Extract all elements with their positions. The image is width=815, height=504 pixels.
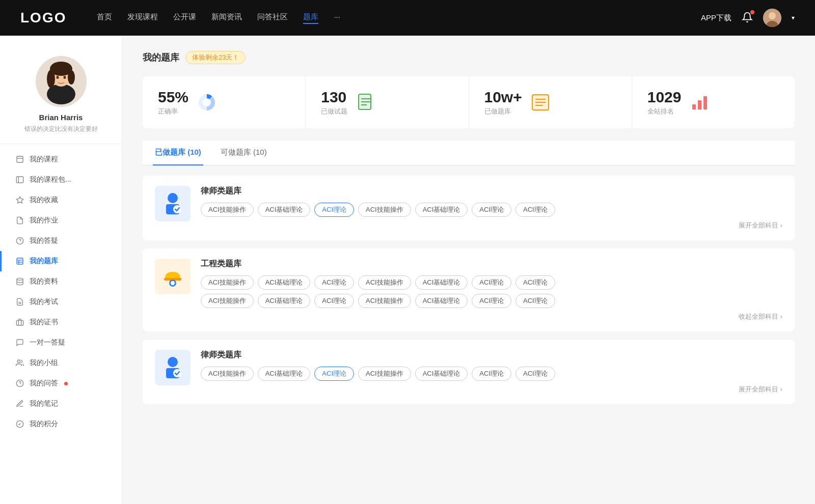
tab-done[interactable]: 已做题库 (10) [153, 141, 203, 165]
qbank-card-lawyer-2: 律师类题库 ACI技能操作 ACI基础理论 ACI理论 ACI技能操作 ACI基… [143, 340, 795, 404]
sidebar-item-exam[interactable]: 我的考试 [0, 292, 122, 312]
collapse-link-2[interactable]: 收起全部科目 › [201, 312, 782, 321]
sidebar-item-myqa[interactable]: 我的问答 [0, 373, 122, 394]
tutor-icon [15, 338, 24, 347]
myqa-icon [15, 379, 24, 388]
tag-1-4[interactable]: ACI技能操作 [358, 203, 411, 217]
user-avatar [36, 56, 87, 107]
myqa-dot [64, 382, 68, 385]
tag-2-3[interactable]: ACI理论 [314, 275, 354, 290]
nav-bank[interactable]: 题库 [303, 12, 318, 24]
svg-rect-14 [16, 177, 23, 183]
user-name: Brian Harris [39, 113, 83, 122]
svg-point-8 [47, 70, 55, 88]
nav-right: APP下载 ▾ [701, 9, 795, 27]
tag-2-7[interactable]: ACI理论 [515, 275, 555, 290]
nav-links: 首页 发现课程 公开课 新闻资讯 问答社区 题库 ··· [97, 12, 701, 24]
tag-1-7[interactable]: ACI理论 [515, 203, 555, 217]
tag-2-11[interactable]: ACI技能操作 [358, 294, 411, 308]
tag-2-14[interactable]: ACI理论 [515, 294, 555, 308]
nav-discover[interactable]: 发现课程 [127, 12, 158, 24]
svg-rect-43 [692, 104, 696, 109]
expand-link-3[interactable]: 展开全部科目 › [201, 385, 782, 394]
qbank-tags-1: ACI技能操作 ACI基础理论 ACI理论 ACI技能操作 ACI基础理论 AC… [201, 203, 782, 217]
nav-open[interactable]: 公开课 [173, 12, 196, 24]
sidebar-label-cert: 我的证书 [30, 318, 58, 327]
sidebar-item-notes[interactable]: 我的笔记 [0, 394, 122, 414]
svg-point-10 [56, 76, 59, 79]
tag-2-4[interactable]: ACI技能操作 [358, 275, 411, 290]
tag-1-5[interactable]: ACI基础理论 [415, 203, 468, 217]
qbank-icon-engineer [155, 259, 191, 294]
svg-point-9 [68, 70, 75, 85]
tag-2-8[interactable]: ACI技能操作 [201, 294, 254, 308]
stat-done: 130 已做试题 [306, 76, 469, 128]
tag-3-4[interactable]: ACI技能操作 [358, 367, 411, 381]
user-dropdown-arrow[interactable]: ▾ [792, 14, 795, 21]
svg-rect-12 [17, 156, 23, 162]
tab-available[interactable]: 可做题库 (10) [219, 141, 269, 165]
tag-1-1[interactable]: ACI技能操作 [201, 203, 254, 217]
tag-3-5[interactable]: ACI基础理论 [415, 367, 468, 381]
qa-icon [15, 236, 24, 245]
sidebar-label-qa: 我的答疑 [30, 236, 58, 245]
sidebar-item-bank[interactable]: 我的题库 [0, 251, 122, 271]
svg-rect-44 [698, 100, 701, 109]
app-download-link[interactable]: APP下载 [701, 13, 731, 23]
expand-link-1[interactable]: 展开全部科目 › [201, 221, 782, 230]
svg-rect-45 [703, 96, 707, 109]
nav-more[interactable]: ··· [334, 12, 340, 24]
tag-2-1[interactable]: ACI技能操作 [201, 275, 254, 290]
stat-rank: 1029 全站排名 [632, 76, 795, 128]
sidebar-item-course[interactable]: 我的课程 [0, 149, 122, 170]
nav-home[interactable]: 首页 [97, 12, 112, 24]
trial-badge: 体验剩余23天！ [185, 51, 246, 64]
tag-2-12[interactable]: ACI基础理论 [415, 294, 468, 308]
tag-1-3[interactable]: ACI理论 [314, 203, 354, 217]
qbank-card-inner-3: 律师类题库 ACI技能操作 ACI基础理论 ACI理论 ACI技能操作 ACI基… [155, 350, 782, 394]
svg-point-27 [17, 360, 20, 362]
tag-1-2[interactable]: ACI基础理论 [258, 203, 311, 217]
nav-news[interactable]: 新闻资讯 [211, 12, 242, 24]
stat-number-accuracy: 55% [158, 89, 188, 106]
tag-2-10[interactable]: ACI理论 [314, 294, 354, 308]
notification-bell[interactable] [742, 12, 753, 24]
tag-2-5[interactable]: ACI基础理论 [415, 275, 468, 290]
sidebar-item-homework[interactable]: 我的作业 [0, 210, 122, 231]
points-icon [15, 419, 24, 429]
sidebar-item-data[interactable]: 我的资料 [0, 271, 122, 292]
stat-number-bank-done: 10w+ [484, 89, 522, 106]
qbank-icon-lawyer-1 [155, 186, 191, 221]
tag-2-6[interactable]: ACI理论 [472, 275, 511, 290]
tag-3-1[interactable]: ACI技能操作 [201, 367, 254, 381]
sidebar-item-tutor[interactable]: 一对一答疑 [0, 332, 122, 353]
qbank-info-2: 工程类题库 ACI技能操作 ACI基础理论 ACI理论 ACI技能操作 ACI基… [201, 259, 782, 321]
tag-2-2[interactable]: ACI基础理论 [258, 275, 311, 290]
stat-text-bank-done: 10w+ 已做题库 [484, 89, 522, 116]
tag-3-2[interactable]: ACI基础理论 [258, 367, 311, 381]
tag-3-6[interactable]: ACI理论 [472, 367, 511, 381]
tag-1-6[interactable]: ACI理论 [472, 203, 511, 217]
sidebar-item-points[interactable]: 我的积分 [0, 414, 122, 434]
list-icon [530, 92, 551, 113]
nav-qa[interactable]: 问答社区 [257, 12, 288, 24]
stat-label-done: 已做试题 [321, 107, 347, 116]
sidebar-item-group[interactable]: 我的小组 [0, 353, 122, 373]
stat-label-accuracy: 正确率 [158, 107, 188, 116]
sidebar-item-favorites[interactable]: 我的收藏 [0, 190, 122, 210]
tag-3-7[interactable]: ACI理论 [515, 367, 555, 381]
qbank-tags-2-row1: ACI技能操作 ACI基础理论 ACI理论 ACI技能操作 ACI基础理论 AC… [201, 275, 782, 290]
section-header: 我的题库 体验剩余23天！ [143, 51, 795, 64]
tag-2-9[interactable]: ACI基础理论 [258, 294, 311, 308]
sidebar-item-package[interactable]: 我的课程包... [0, 170, 122, 190]
sidebar-item-qa[interactable]: 我的答疑 [0, 231, 122, 251]
user-avatar-nav[interactable] [763, 9, 781, 27]
qbank-card-engineer: 工程类题库 ACI技能操作 ACI基础理论 ACI理论 ACI技能操作 ACI基… [143, 248, 795, 331]
tag-2-13[interactable]: ACI理论 [472, 294, 511, 308]
sidebar-item-cert[interactable]: 我的证书 [0, 312, 122, 332]
svg-rect-26 [16, 321, 23, 325]
qbank-title-2: 工程类题库 [201, 259, 782, 269]
tag-3-3[interactable]: ACI理论 [314, 367, 354, 381]
stat-accuracy: 55% 正确率 [143, 76, 306, 128]
cert-icon [15, 318, 24, 327]
